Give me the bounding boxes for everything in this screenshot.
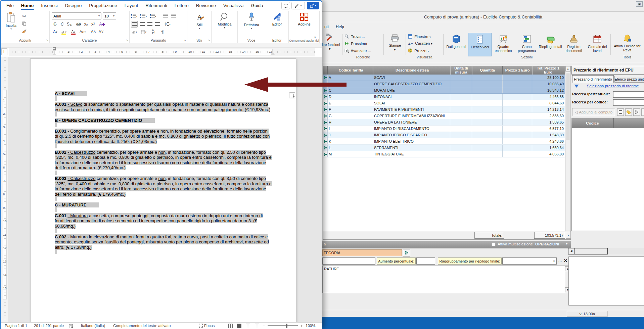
window-corner-icon[interactable]: ▣ <box>636 1 643 7</box>
language-indicator[interactable]: Italiano (Italia) <box>81 324 105 328</box>
table-row[interactable]: K IMPIANTO ELETTRICO 4.248,66 <box>323 138 565 145</box>
raggruppamento-dropdown[interactable]: ▼ <box>502 257 557 265</box>
tab-selector[interactable]: L <box>1 48 7 55</box>
read-mode-icon[interactable] <box>228 324 233 328</box>
avanzate-button[interactable]: Avanzate ... <box>344 48 371 55</box>
table-row[interactable]: C MURATURE 16.348,12 <box>323 87 565 94</box>
scroll-down-icon[interactable]: ▼ <box>566 232 571 239</box>
hanging-indent-icon[interactable] <box>53 53 56 55</box>
selection-flag-icon[interactable] <box>289 92 295 98</box>
format-painter-button[interactable] <box>21 28 28 34</box>
categoria-field[interactable]: TEGORIA <box>322 249 402 256</box>
categoria-input[interactable] <box>322 257 375 265</box>
ribbon-tab[interactable]: Visualizza <box>220 1 247 11</box>
shading-button[interactable]: ▾ <box>131 29 138 35</box>
section-elenco-voci[interactable]: Elenco voci <box>468 33 492 56</box>
scrollbar-thumb[interactable] <box>566 73 570 140</box>
hierarchy-icon-button[interactable] <box>633 108 640 116</box>
ribbon-tab[interactable]: Riferimenti <box>142 1 171 11</box>
prezzo-button[interactable]: € Prezzo ▾ <box>408 48 429 55</box>
panel-scrollbar-track[interactable] <box>608 248 644 254</box>
print-layout-icon[interactable] <box>237 324 241 328</box>
dialog-launcher-icon[interactable]: ↘ <box>208 39 210 42</box>
dialog-launcher-icon[interactable]: ↘ <box>46 39 48 42</box>
zoom-level[interactable]: 100% <box>306 324 315 328</box>
align-center-button[interactable] <box>139 21 145 28</box>
doc-icon-button[interactable] <box>617 108 624 116</box>
table-row[interactable]: J IMPIANTO IDRICO E SCARICO 1.548,39 <box>323 132 565 138</box>
first-line-indent-icon[interactable] <box>53 50 56 52</box>
categoria-tree-button[interactable] <box>403 249 410 256</box>
superscript-button[interactable]: x² <box>90 21 96 28</box>
multiselect-checkbox[interactable] <box>492 243 495 246</box>
aumento-input[interactable] <box>416 257 435 265</box>
tab-prezzario-riferimento[interactable]: Prezzario di riferimento <box>572 75 614 83</box>
grow-font-button[interactable]: A˄ <box>90 29 97 35</box>
pilcrow-button[interactable]: ¶ <box>159 29 166 35</box>
vertical-ruler[interactable]: 123456789101112131415 <box>1 57 8 322</box>
ribbon-tab[interactable]: Home <box>17 1 38 11</box>
paste-button[interactable]: Incolla ▾ <box>3 12 19 31</box>
trova-button[interactable]: Trova ... <box>344 34 365 41</box>
ribbon-tab[interactable]: Layout <box>121 1 142 11</box>
multilevel-list-button[interactable]: ▾ <box>150 13 156 19</box>
cut-button[interactable]: ✂ <box>21 13 28 19</box>
down-arrow-icon-button[interactable]: ⇓ <box>641 108 644 116</box>
grid-header-descrizione[interactable]: Descrizione estesa <box>373 66 450 75</box>
section-dati-generali[interactable]: Dati generali <box>445 33 468 56</box>
ribbon-tab[interactable]: Inserisci <box>37 1 61 11</box>
section-registro-documenti[interactable]: Registro documenti <box>562 33 586 56</box>
ribbon-tab[interactable]: Revisione <box>192 1 220 11</box>
font-color-button[interactable]: A▾ <box>70 29 77 35</box>
ribbon-tab[interactable]: Disegno <box>61 1 86 11</box>
grid-header-prezzo[interactable]: Prezzo 1 Euro <box>503 66 532 75</box>
dialog-launcher-icon[interactable]: ↘ <box>126 39 128 42</box>
bullet-list-button[interactable]: ▾ <box>131 13 138 19</box>
more-options-button[interactable]: … <box>558 257 562 265</box>
horizontal-ruler[interactable]: 12345678910111213141516 <box>9 48 315 56</box>
table-row[interactable]: A SCAVI 28.100,10 <box>323 75 565 81</box>
caratteri-button[interactable]: A≡ Caratteri ▾ <box>408 41 432 48</box>
document-text[interactable]: A - SCAVIA.001 - Scavo di sbancamento o … <box>55 91 273 255</box>
zoom-out-button[interactable]: − <box>263 324 265 328</box>
table-row[interactable]: G COPERTURE E IMPERMEABILIZZAZIONI 2.833… <box>323 113 565 119</box>
find-button[interactable]: Modifica ▾ <box>212 12 238 29</box>
menu-fragment[interactable]: nti <box>324 25 329 29</box>
word-count[interactable]: 291 di 291 parole <box>34 324 64 328</box>
sort-button[interactable]: AZ↓ <box>150 29 157 35</box>
tab-elenco-prezzi[interactable]: Elenco prezzi unitari <box>614 76 644 83</box>
strikethrough-button[interactable]: ab <box>75 21 82 28</box>
comments-button[interactable] <box>281 2 290 9</box>
description-memo[interactable]: RATURE ▲ ▼ <box>322 266 571 293</box>
section-quadro-economico[interactable]: Quadro economico <box>492 33 515 56</box>
editor-button[interactable]: Editor <box>265 12 289 26</box>
align-left-button[interactable] <box>131 21 138 28</box>
grid-vertical-scrollbar[interactable]: ▲ <box>565 66 571 231</box>
table-row[interactable]: D INTONACI 4.466,88 <box>323 94 565 100</box>
text-effect-color-button[interactable]: A▾ <box>52 29 58 35</box>
menu-help[interactable]: Help <box>336 25 344 29</box>
table-row[interactable]: H OPERE DA LATTONIERE 1.389,65 <box>323 119 565 126</box>
table-row[interactable]: E SOLAI 8.044,60 <box>323 100 565 106</box>
proofing-icon[interactable] <box>69 324 74 329</box>
copy-button[interactable] <box>21 20 28 27</box>
borders-button[interactable]: ▾ <box>140 29 147 35</box>
stampe-button[interactable]: Stampe ▾ <box>385 33 405 56</box>
table-row[interactable]: B OPERE CALCESTRUZZO CEMENTIZIO 10.085,4… <box>323 81 565 87</box>
dictate-button[interactable]: Dettatura ▾ <box>238 12 265 30</box>
section-crono-programma[interactable]: Crono programma <box>515 33 539 56</box>
font-name-combo[interactable]: Arial▾ <box>52 12 101 19</box>
grid-header-quantita[interactable]: Quantità <box>472 66 503 75</box>
right-indent-icon[interactable] <box>271 52 275 55</box>
grid-header-totale[interactable]: Tot. Prezzo 1 Euro <box>532 66 565 75</box>
ribbon-tab[interactable]: File <box>3 1 17 11</box>
font-size-combo[interactable]: 10▾ <box>103 12 116 19</box>
indent-marker-icon[interactable] <box>53 47 56 50</box>
revit-button[interactable]: Attiva Euclide for Revit <box>612 33 643 56</box>
focus-toggle[interactable]: Focus <box>199 324 215 328</box>
line-spacing-button[interactable]: ⇕▾ <box>164 21 171 28</box>
decrease-indent-button[interactable] <box>162 13 169 19</box>
collapse-ribbon-icon[interactable]: ▾ <box>314 36 316 39</box>
draw-pen-button[interactable]: ▾ <box>291 2 305 9</box>
text-effects-button[interactable]: A◆ <box>99 21 105 28</box>
